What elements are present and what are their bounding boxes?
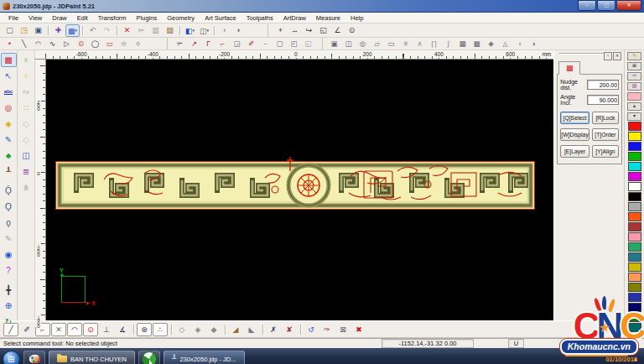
rosette-button[interactable]: ✳ [398,38,413,49]
color-swatch-10[interactable] [628,222,641,231]
color-swatch-20[interactable] [628,323,641,332]
menu-file[interactable]: File [3,14,23,22]
brush-tool-button[interactable]: ✎ [1,133,17,147]
snap-tangent-button[interactable]: ∡ [115,323,130,336]
menu-draw[interactable]: Draw [47,14,72,22]
palette-scroll-up-button[interactable]: ▴ [627,102,641,111]
dropper-tool[interactable]: ✑ [627,72,641,81]
fillet-button[interactable]: Γ [201,38,216,49]
lamp-on-button[interactable]: ♀ [18,53,34,67]
zoom-page-button[interactable]: Ǭ [1,184,17,198]
ring-tool-button[interactable]: ◎ [1,101,17,115]
page-clear-button[interactable]: ⊠ [335,323,351,336]
no-fill-tool[interactable]: ⊠ [627,62,641,70]
trim-button[interactable]: ✃ [173,38,187,49]
angle-incr-input[interactable] [587,95,619,105]
snap-cross-button[interactable]: ✕ [51,323,66,336]
pen-color-tool[interactable]: ✎ [627,52,641,60]
paste-button[interactable]: ▧ [163,24,177,37]
delete-all-button[interactable]: ✖ [351,323,366,336]
spline-tool-button[interactable]: ∫ [441,38,455,49]
color-swatch-6[interactable] [628,182,641,191]
zoom-in-tool-button[interactable]: Ǫ [1,200,17,214]
color-swatch-9[interactable] [628,212,641,221]
menu-toolpaths[interactable]: Toolpaths [242,14,278,22]
facet-a-button[interactable]: ◇ [18,117,34,131]
zigzag-button[interactable]: ∧ [413,38,427,49]
tray-expand-icon[interactable]: ▲ [633,356,638,361]
measure-point-button[interactable]: + [273,24,288,37]
array-copy-button[interactable]: ▣ [327,38,341,49]
pen-edit-button[interactable]: ✑ [319,323,335,336]
stamp-relief-button[interactable]: ◫ [197,24,211,37]
group-button[interactable]: ◰ [287,38,301,49]
draw-curve-button[interactable]: ∿ [45,38,60,49]
current-color-swatch[interactable] [627,92,641,101]
align-mode-button[interactable]: [Y]Align [592,145,619,158]
lamp-off-button[interactable]: ♀ [18,69,34,83]
paint-app-icon[interactable] [23,351,45,364]
mesh-button[interactable]: ▦ [455,38,470,49]
measure-distance-button[interactable]: ↔ [288,24,302,37]
snap-perpendicular-button[interactable]: ⊥ [99,323,114,336]
snap-grid-c-button[interactable]: ◆ [206,323,221,336]
query-tool-button[interactable]: ? [1,263,17,278]
move-crosshair-button[interactable]: ✚ [51,24,65,37]
snap-grid-a-button[interactable]: ◇ [174,323,190,336]
menu-art-surface[interactable]: Art Surface [200,14,242,22]
menu-artdraw[interactable]: ArtDraw [278,14,311,22]
eye-view-button[interactable]: ◉ [1,247,17,262]
measure-angle-button[interactable]: ∠ [330,24,345,37]
panel-close-button[interactable]: ✕ [613,52,621,60]
color-swatch-17[interactable] [628,293,641,302]
steps-button[interactable]: ∏ [427,38,441,49]
wedge-tool-a-button[interactable]: ◢ [228,323,243,336]
color-swatch-1[interactable] [628,132,641,141]
rotate-axis-button[interactable]: ↺ [304,323,319,336]
color-swatch-14[interactable] [628,263,641,272]
draw-circle-center-button[interactable]: ⊙ [74,38,88,49]
draw-arc-button[interactable]: ◠ [31,38,45,49]
nudge-dist-input[interactable] [587,80,619,90]
draw-rectangle-button[interactable]: ▭ [102,38,117,49]
redo-button[interactable]: ↷ [100,24,114,37]
cut-button[interactable]: ✂ [134,24,148,37]
combine-button[interactable]: ◬ [498,38,512,49]
plane-button[interactable]: ▭ [384,38,398,49]
measure-rect-button[interactable]: ◱ [316,24,330,37]
select-region-button[interactable]: ▩ [65,24,80,37]
display-mode-button[interactable]: [W]Display [560,128,589,141]
facet-b-button[interactable]: ◇ [18,133,34,147]
relief-dark-2-button[interactable]: ◗ [527,38,541,49]
round-rect-button[interactable]: ▢ [273,38,287,49]
mirror-button[interactable]: ◫ [341,38,356,49]
mesh-cross-button[interactable]: ▩ [470,38,484,49]
unit-toggle-button[interactable]: U [508,339,524,348]
pen-view-button[interactable]: ✎ [1,231,17,246]
fill-tool-button[interactable]: ◈ [1,117,17,131]
green-app-icon[interactable] [138,351,160,364]
corner-rect-button[interactable]: ◲ [230,38,244,49]
select-mode-button[interactable]: [Q]Select [560,112,589,124]
undo-button[interactable]: ↶ [86,24,100,37]
palette-dropdown-button[interactable]: ▾ [627,112,641,121]
order-mode-button[interactable]: [T]Order [592,128,619,141]
color-swatch-7[interactable] [628,192,641,201]
maximize-button[interactable]: ▢ [597,0,615,11]
taskbar-folder-button[interactable]: BAN THO CHUYEN [49,351,135,364]
pan-tool-button[interactable]: ╋ [1,283,17,297]
menu-view[interactable]: View [23,14,47,22]
menu-measure[interactable]: Measure [311,14,345,22]
zoom-out-tool-button[interactable]: ǫ [1,216,17,230]
pattern-fill-tool[interactable]: ▨ [627,82,641,91]
mill-tool-button[interactable]: ┸ [1,164,17,179]
minimize-button[interactable]: – [578,0,596,11]
wire-display-button[interactable]: ∾ [18,85,34,99]
row-list-button[interactable]: ≣ [18,164,34,179]
open-file-button[interactable]: ◳ [17,24,31,37]
color-swatch-12[interactable] [628,242,641,252]
draw-ellipse-button[interactable]: ◯ [88,38,102,49]
draw-polygon-button[interactable]: ▷ [60,38,74,49]
snap-curve-button[interactable]: ◠ [67,323,82,336]
ring-array-button[interactable]: ◎ [356,38,370,49]
